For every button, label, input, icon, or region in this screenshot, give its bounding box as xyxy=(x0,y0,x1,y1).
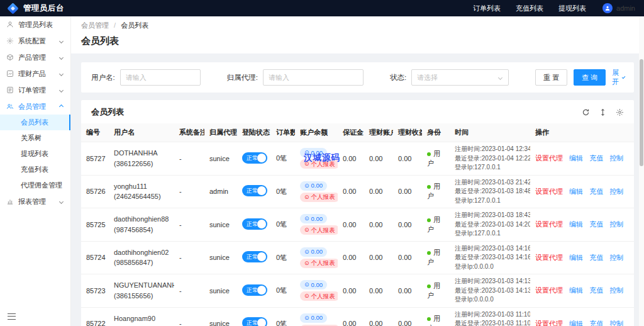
sidebar-item-finance-product[interactable]: 理财产品 xyxy=(0,65,70,82)
owner-agent: sunice xyxy=(204,142,237,176)
column-header[interactable]: 系统备注 xyxy=(174,123,204,142)
edit-link[interactable]: 编辑 xyxy=(569,220,583,228)
balance-badge[interactable]: ⊙ 0.00 xyxy=(300,280,327,289)
username-input[interactable] xyxy=(120,69,201,86)
login-ip: 登录Ip:127.0.0.1 xyxy=(455,229,525,239)
sidebar-subitem-label: 关系树 xyxy=(21,133,42,143)
personal-report-badge[interactable]: ⊙ 个人报表 xyxy=(300,291,338,301)
personal-report-badge[interactable]: ⊙ 个人报表 xyxy=(300,159,338,169)
filter-agent: 归属代理: xyxy=(227,69,364,86)
sidebar-item-system-config[interactable]: 系统配置 xyxy=(0,33,70,49)
edit-link[interactable]: 编辑 xyxy=(569,254,583,261)
agent-input[interactable] xyxy=(263,69,364,86)
member-account-number: (985856847) xyxy=(114,257,169,268)
column-header[interactable]: 归属代理 xyxy=(204,123,237,142)
edit-link[interactable]: 编辑 xyxy=(569,320,583,326)
edit-link[interactable]: 编辑 xyxy=(569,154,583,162)
balance-badge[interactable]: ⊙ 0.00 xyxy=(300,214,327,223)
balance-value: 0.00 xyxy=(311,248,323,256)
column-header[interactable]: 用户名 xyxy=(109,123,174,142)
table-row: 85725 daothihonghien88 (987456854) - sun… xyxy=(81,208,634,242)
login-status-toggle[interactable]: 正常 xyxy=(242,152,267,164)
sidebar-item-product-mgmt[interactable]: 产品管理 xyxy=(0,49,70,65)
table-row: 85722 Hoangnam90 (964884359) - sunice 正常 xyxy=(81,307,634,326)
system-remark: - xyxy=(174,142,204,176)
logo-icon xyxy=(7,3,18,14)
column-height-icon[interactable] xyxy=(599,108,607,116)
balance-badge[interactable]: ⊙ 0.00 xyxy=(300,148,327,157)
column-header[interactable]: 保证金 xyxy=(338,123,364,142)
personal-report-badge[interactable]: ⊙ 个人报表 xyxy=(300,193,338,202)
recharge-link[interactable]: 充值 xyxy=(589,320,603,326)
set-agent-link[interactable]: 设置代理 xyxy=(535,188,563,195)
page-scrollbar[interactable] xyxy=(639,16,644,326)
login-status-toggle[interactable]: 正常 xyxy=(242,218,267,230)
login-status-toggle[interactable]: 正常 xyxy=(242,317,267,326)
recharge-link[interactable]: 充值 xyxy=(589,188,603,195)
system-remark: - xyxy=(174,307,204,326)
member-username: DOTHANHHA xyxy=(114,148,169,159)
control-link[interactable]: 控制 xyxy=(609,320,623,326)
recharge-link[interactable]: 充值 xyxy=(589,154,603,162)
sidebar-item-order-mgmt[interactable]: 订单管理 xyxy=(0,82,70,98)
sidebar-subitem-recharge-list[interactable]: 充值列表 xyxy=(0,162,70,177)
refresh-icon[interactable] xyxy=(582,108,590,116)
topnav-order-list[interactable]: 订单列表 xyxy=(473,4,501,13)
sidebar-subitem-member-list[interactable]: 会员列表 xyxy=(0,115,70,130)
balance-badge[interactable]: ⊙ 0.00 xyxy=(300,313,327,323)
personal-report-badge[interactable]: ⊙ 个人报表 xyxy=(300,259,338,268)
column-header[interactable]: 时间 xyxy=(450,123,530,142)
search-button[interactable]: 查 询 xyxy=(574,69,606,86)
reset-button[interactable]: 重 置 xyxy=(535,69,567,86)
sidebar-subitem-relation-tree[interactable]: 关系树 xyxy=(0,130,70,146)
user-menu[interactable]: admin xyxy=(602,3,635,14)
sidebar-item-member-mgmt[interactable]: 会员管理 xyxy=(0,98,70,115)
column-header[interactable]: 订单数 xyxy=(271,123,295,142)
personal-report-badge[interactable]: ⊙ 个人报表 xyxy=(300,225,338,235)
eye-icon: ⊙ xyxy=(304,149,309,156)
set-agent-link[interactable]: 设置代理 xyxy=(535,286,563,294)
control-link[interactable]: 控制 xyxy=(609,188,623,195)
login-status-toggle[interactable]: 正常 xyxy=(242,251,267,262)
sidebar-subitem-agent-commission[interactable]: 代理佣金管理 xyxy=(0,177,70,193)
member-account-number: (964884359) xyxy=(114,323,169,326)
control-link[interactable]: 控制 xyxy=(609,220,623,228)
username-label: admin xyxy=(616,3,635,14)
expand-toggle[interactable]: 展开 xyxy=(612,68,625,87)
topnav-withdraw-list[interactable]: 提现列表 xyxy=(558,4,586,13)
login-status-toggle[interactable]: 正常 xyxy=(242,284,267,296)
control-link[interactable]: 控制 xyxy=(609,154,623,162)
sidebar-item-report-mgmt[interactable]: 报表管理 xyxy=(0,193,70,210)
set-agent-link[interactable]: 设置代理 xyxy=(535,220,563,228)
topnav-recharge-list[interactable]: 充值列表 xyxy=(516,4,543,13)
edit-link[interactable]: 编辑 xyxy=(569,286,583,294)
sidebar-item-admin-list[interactable]: 管理员列表 xyxy=(0,16,70,33)
breadcrumb-parent[interactable]: 会员管理 xyxy=(81,21,109,29)
control-link[interactable]: 控制 xyxy=(609,286,623,294)
balance-badge[interactable]: ⊙ 0.00 xyxy=(300,247,327,257)
sidebar-collapse-icon[interactable] xyxy=(8,313,16,320)
column-header[interactable]: 理财收益 xyxy=(393,123,422,142)
column-header[interactable]: 编号 xyxy=(81,123,109,142)
column-header[interactable]: 登陆状态 xyxy=(237,123,271,142)
scrollbar-thumb[interactable] xyxy=(640,59,643,166)
owner-agent: sunice xyxy=(204,307,237,326)
recharge-link[interactable]: 充值 xyxy=(589,286,603,294)
recharge-link[interactable]: 充值 xyxy=(589,254,603,261)
edit-link[interactable]: 编辑 xyxy=(569,188,583,195)
column-header[interactable]: 操作 xyxy=(530,123,634,142)
balance-badge[interactable]: ⊙ 0.00 xyxy=(300,181,327,191)
set-agent-link[interactable]: 设置代理 xyxy=(535,320,563,326)
status-select[interactable]: 请选择 xyxy=(411,69,509,86)
set-agent-link[interactable]: 设置代理 xyxy=(535,154,563,162)
recharge-link[interactable]: 充值 xyxy=(589,220,603,228)
sidebar-subitem-withdraw-list[interactable]: 提现列表 xyxy=(0,146,70,162)
sidebar-item-label: 产品管理 xyxy=(18,53,46,62)
column-header[interactable]: 身份 xyxy=(422,123,450,142)
login-status-toggle[interactable]: 正常 xyxy=(242,185,267,196)
column-header[interactable]: 理财账户 xyxy=(364,123,393,142)
gear-icon[interactable] xyxy=(616,108,624,116)
column-header[interactable]: 账户余额 xyxy=(295,123,338,142)
set-agent-link[interactable]: 设置代理 xyxy=(535,254,563,261)
control-link[interactable]: 控制 xyxy=(609,254,623,261)
